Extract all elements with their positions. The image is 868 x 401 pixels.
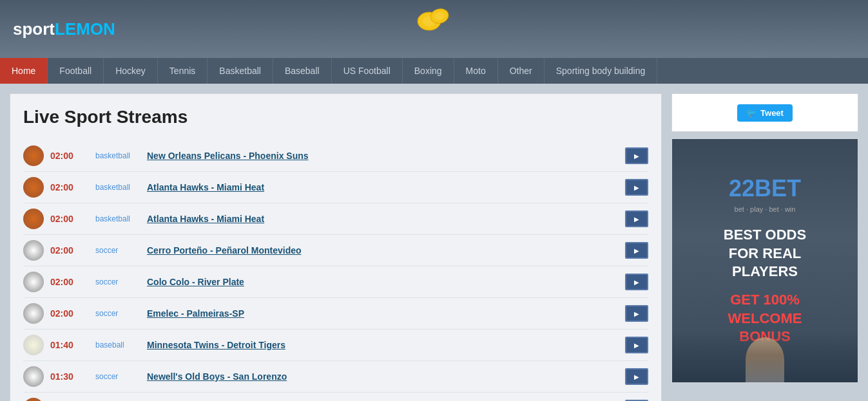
stream-row: 02:00 soccer Emelec - Palmeiras-SP — [23, 298, 648, 330]
watch-button[interactable] — [625, 210, 648, 227]
match-link[interactable]: Colo Colo - River Plate — [147, 277, 619, 287]
stream-row: 02:00 basketball New Orleans Pelicans - … — [23, 140, 648, 172]
match-link[interactable]: Emelec - Palmeiras-SP — [147, 308, 619, 319]
nav-item-sporting[interactable]: Sporting body building — [545, 58, 658, 84]
sport-icon-soccer — [23, 272, 44, 292]
sport-icon-baseball — [23, 335, 44, 355]
match-link[interactable]: Atlanta Hawks - Miami Heat — [147, 214, 619, 224]
stream-time: 01:30 — [50, 371, 89, 382]
match-link[interactable]: Newell's Old Boys - San Lorenzo — [147, 371, 619, 382]
stream-time: 01:40 — [50, 340, 89, 350]
stream-sport: soccer — [95, 246, 140, 255]
watch-button[interactable] — [625, 337, 648, 353]
sport-icon-basketball — [23, 398, 44, 401]
stream-sport: basketball — [95, 214, 140, 223]
stream-row: 01:30 soccer Newell's Old Boys - San Lor… — [23, 361, 648, 393]
sidebar: Tweet 22BET bet · play · bet · win BEST … — [671, 93, 858, 401]
match-link[interactable]: New Orleans Pelicans - Phoenix Suns — [147, 151, 619, 161]
watch-button[interactable] — [625, 147, 648, 164]
stream-time: 02:00 — [50, 308, 89, 319]
sport-icon-soccer — [23, 303, 44, 324]
match-link[interactable]: Atlanta Hawks - Miami Heat — [147, 182, 619, 192]
ad-person-image — [672, 331, 858, 382]
watch-button[interactable] — [625, 274, 648, 290]
sport-icon-soccer — [23, 240, 44, 261]
watch-button[interactable] — [625, 368, 648, 385]
nav-item-baseball[interactable]: Baseball — [273, 58, 332, 84]
bet-logo: 22BET — [729, 175, 801, 202]
tweet-box: Tweet — [671, 93, 858, 132]
stream-row: 02:00 basketball Atlanta Hawks - Miami H… — [23, 203, 648, 235]
bet-headline: BEST ODDSFOR REALPLAYERS — [724, 226, 806, 281]
nav-item-other[interactable]: Other — [498, 58, 545, 84]
ad-box[interactable]: 22BET bet · play · bet · win BEST ODDSFO… — [671, 138, 858, 383]
stream-sport: baseball — [95, 340, 140, 350]
nav-item-usfootball[interactable]: US Football — [332, 58, 403, 84]
watch-button[interactable] — [625, 179, 648, 196]
nav-item-home[interactable]: Home — [0, 58, 48, 84]
stream-time: 02:00 — [50, 277, 89, 287]
sport-icon-basketball — [23, 209, 44, 229]
page-title: Live Sport Streams — [23, 107, 648, 127]
bet-tagline: bet · play · bet · win — [735, 205, 796, 213]
watch-button[interactable] — [625, 305, 648, 322]
stream-time: 02:00 — [50, 214, 89, 224]
stream-row: 02:00 soccer Colo Colo - River Plate — [23, 266, 648, 298]
stream-time: 02:00 — [50, 151, 89, 161]
nav-item-tennis[interactable]: Tennis — [158, 58, 207, 84]
stream-row: 02:00 basketball Atlanta Hawks - Miami H… — [23, 172, 648, 203]
stream-sport: basketball — [95, 151, 140, 160]
nav-item-hockey[interactable]: Hockey — [104, 58, 158, 84]
person-silhouette — [746, 337, 784, 382]
sport-icon-basketball — [23, 177, 44, 198]
brand-logo[interactable]: sportLEMON — [13, 19, 115, 39]
header: sportLEMON — [0, 0, 868, 58]
stream-sport: soccer — [95, 277, 140, 286]
stream-time: 02:00 — [50, 245, 89, 256]
sport-icon-soccer — [23, 366, 44, 387]
main-nav: Home Football Hockey Tennis Basketball B… — [0, 58, 868, 84]
match-link[interactable]: Minnesota Twins - Detroit Tigers — [147, 340, 619, 350]
stream-row: 01:40 baseball Minnesota Twins - Detroit… — [23, 330, 648, 361]
sport-icon-basketball — [23, 145, 44, 166]
tweet-button[interactable]: Tweet — [737, 104, 793, 122]
main-container: Live Sport Streams 02:00 basketball New … — [0, 84, 868, 401]
stream-time: 02:00 — [50, 182, 89, 192]
stream-sport: soccer — [95, 309, 140, 318]
stream-sport: soccer — [95, 372, 140, 381]
nav-item-basketball[interactable]: Basketball — [207, 58, 273, 84]
nav-item-football[interactable]: Football — [48, 58, 104, 84]
match-link[interactable]: Cerro Porteño - Peñarol Montevideo — [147, 245, 619, 256]
nav-item-moto[interactable]: Moto — [454, 58, 498, 84]
stream-row: 01:30 basketball Milwaukee Bucks - Chica… — [23, 393, 648, 401]
logo-lemon: LEMON — [55, 19, 115, 39]
stream-row: 02:00 soccer Cerro Porteño - Peñarol Mon… — [23, 235, 648, 266]
logo-sport: sport — [13, 19, 55, 39]
stream-sport: basketball — [95, 183, 140, 192]
watch-button[interactable] — [625, 242, 648, 259]
lemon-icon — [415, 3, 454, 38]
nav-item-boxing[interactable]: Boxing — [403, 58, 454, 84]
content-area: Live Sport Streams 02:00 basketball New … — [10, 93, 662, 401]
